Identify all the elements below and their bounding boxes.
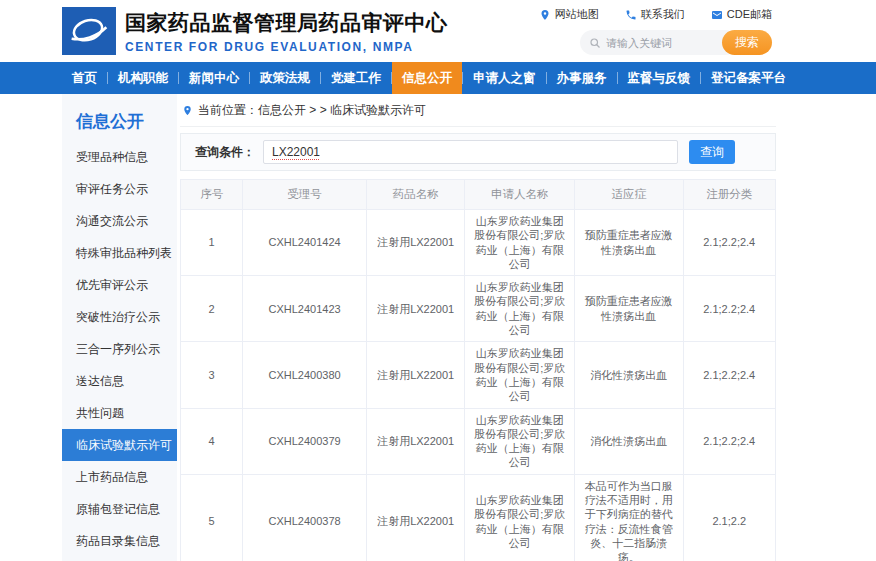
nav-item[interactable]: 首页	[62, 62, 107, 94]
sidebar-item[interactable]: 临床试验默示许可	[62, 429, 177, 461]
cell-drug-name: 注射用LX22001	[366, 408, 464, 474]
sidebar-item[interactable]: 突破性治疗公示	[62, 301, 177, 333]
cell-index: 5	[181, 474, 243, 561]
table-row: 3CXHL2400380注射用LX22001山东罗欣药业集团股份有限公司;罗欣药…	[181, 342, 776, 408]
nav-item[interactable]: 政策法规	[250, 62, 320, 94]
quick-link-网站地图[interactable]: 网站地图	[539, 7, 599, 22]
site-title: 国家药品监督管理局药品审评中心	[125, 9, 448, 37]
breadcrumb: 当前位置：信息公开 > > 临床试验默示许可	[180, 100, 776, 127]
brand-text: 国家药品监督管理局药品审评中心 CENTER FOR DRUG EVALUATI…	[125, 9, 448, 54]
cell-index: 2	[181, 276, 243, 342]
cell-drug-name: 注射用LX22001	[366, 474, 464, 561]
sidebar-item[interactable]: 药品目录集信息	[62, 525, 177, 557]
cell-registration-class: 2.1;2.2;2.4	[683, 342, 776, 408]
cell-drug-name: 注射用LX22001	[366, 210, 464, 276]
location-pin-icon	[182, 105, 193, 116]
cell-registration-class: 2.1;2.2;2.4	[683, 276, 776, 342]
table-row: 2CXHL2401423注射用LX22001山东罗欣药业集团股份有限公司;罗欣药…	[181, 276, 776, 342]
page-body: 信息公开 受理品种信息审评任务公示沟通交流公示特殊审批品种列表优先审评公示突破性…	[62, 94, 776, 561]
search-box[interactable]	[580, 30, 738, 55]
sidebar-items: 受理品种信息审评任务公示沟通交流公示特殊审批品种列表优先审评公示突破性治疗公示三…	[62, 141, 177, 561]
cell-acceptance-no: CXHL2401424	[243, 210, 367, 276]
breadcrumb-text: 当前位置：信息公开 > > 临床试验默示许可	[198, 102, 426, 119]
sidebar-item[interactable]: 优先审评公示	[62, 269, 177, 301]
nav-item[interactable]: 信息公开	[392, 62, 462, 94]
nav-item[interactable]: 机构职能	[108, 62, 178, 94]
nav-item[interactable]: 新闻中心	[179, 62, 249, 94]
column-header: 受理号	[243, 180, 367, 210]
query-input[interactable]: LX22001	[263, 140, 678, 164]
quick-link-联系我们[interactable]: 联系我们	[625, 7, 685, 22]
column-header: 药品名称	[366, 180, 464, 210]
table-row: 1CXHL2401424注射用LX22001山东罗欣药业集团股份有限公司;罗欣药…	[181, 210, 776, 276]
sidebar-item[interactable]: 三合一序列公示	[62, 333, 177, 365]
quick-link-label: 联系我们	[641, 7, 685, 22]
cell-indication: 消化性溃疡出血	[574, 408, 683, 474]
table-row: 5CXHL2400378注射用LX22001山东罗欣药业集团股份有限公司;罗欣药…	[181, 474, 776, 561]
sidebar-item[interactable]: 审评任务公示	[62, 173, 177, 205]
sidebar-item[interactable]: 共性问题	[62, 397, 177, 429]
sidebar-item[interactable]: 受理品种信息	[62, 141, 177, 173]
sidebar-item[interactable]: 沟通交流公示	[62, 205, 177, 237]
query-bar: 查询条件： LX22001 查询	[180, 133, 776, 171]
cell-registration-class: 2.1;2.2;2.4	[683, 408, 776, 474]
phone-icon	[625, 9, 637, 21]
search-icon	[589, 37, 601, 49]
brand: 国家药品监督管理局药品审评中心 CENTER FOR DRUG EVALUATI…	[62, 7, 448, 55]
query-label: 查询条件：	[195, 144, 255, 161]
main-nav: 首页机构职能新闻中心政策法规党建工作信息公开申请人之窗办事服务监督与反馈登记备案…	[0, 62, 876, 94]
column-header: 适应症	[574, 180, 683, 210]
column-header: 序号	[181, 180, 243, 210]
cell-indication: 预防重症患者应激性溃疡出血	[574, 210, 683, 276]
sidebar: 信息公开 受理品种信息审评任务公示沟通交流公示特殊审批品种列表优先审评公示突破性…	[62, 94, 177, 561]
nav-item[interactable]: 申请人之窗	[463, 62, 546, 94]
cell-index: 4	[181, 408, 243, 474]
cell-applicant: 山东罗欣药业集团股份有限公司;罗欣药业（上海）有限公司	[465, 276, 575, 342]
quick-links: 网站地图联系我们CDE邮箱	[539, 7, 772, 22]
cell-index: 1	[181, 210, 243, 276]
cell-indication: 消化性溃疡出血	[574, 342, 683, 408]
cell-applicant: 山东罗欣药业集团股份有限公司;罗欣药业（上海）有限公司	[465, 474, 575, 561]
nav-item[interactable]: 登记备案平台	[701, 62, 796, 94]
nav-inner: 首页机构职能新闻中心政策法规党建工作信息公开申请人之窗办事服务监督与反馈登记备案…	[62, 62, 876, 94]
search-area: 搜索	[580, 30, 772, 55]
cell-applicant: 山东罗欣药业集团股份有限公司;罗欣药业（上海）有限公司	[465, 408, 575, 474]
results-table: 序号受理号药品名称申请人名称适应症注册分类 1CXHL2401424注射用LX2…	[180, 179, 776, 561]
header-right: 网站地图联系我们CDE邮箱 搜索	[539, 7, 772, 55]
search-input[interactable]	[606, 37, 716, 49]
cell-registration-class: 2.1;2.2;2.4	[683, 210, 776, 276]
cell-registration-class: 2.1;2.2	[683, 474, 776, 561]
sidebar-item[interactable]: 上市药品信息	[62, 461, 177, 493]
query-button[interactable]: 查询	[689, 140, 735, 164]
table-head: 序号受理号药品名称申请人名称适应症注册分类	[181, 180, 776, 210]
site-header: 国家药品监督管理局药品审评中心 CENTER FOR DRUG EVALUATI…	[0, 0, 876, 62]
header-row: 序号受理号药品名称申请人名称适应症注册分类	[181, 180, 776, 210]
nav-item[interactable]: 监督与反馈	[618, 62, 701, 94]
nav-item[interactable]: 党建工作	[321, 62, 391, 94]
cell-acceptance-no: CXHL2400378	[243, 474, 367, 561]
quick-link-label: 网站地图	[555, 7, 599, 22]
cell-acceptance-no: CXHL2400379	[243, 408, 367, 474]
cell-drug-name: 注射用LX22001	[366, 276, 464, 342]
location-pin-icon	[539, 9, 551, 21]
sidebar-item[interactable]: 原辅包登记信息	[62, 493, 177, 525]
cde-logo-icon	[62, 7, 116, 55]
nav-item[interactable]: 办事服务	[547, 62, 617, 94]
search-button[interactable]: 搜索	[722, 30, 772, 55]
cell-applicant: 山东罗欣药业集团股份有限公司;罗欣药业（上海）有限公司	[465, 342, 575, 408]
query-value: LX22001	[272, 145, 320, 159]
sidebar-item[interactable]: 送达信息	[62, 365, 177, 397]
cell-indication: 本品可作为当口服疗法不适用时，用于下列病症的替代疗法：反流性食管炎、十二指肠溃疡…	[574, 474, 683, 561]
quick-link-label: CDE邮箱	[727, 7, 772, 22]
column-header: 申请人名称	[465, 180, 575, 210]
main-content: 当前位置：信息公开 > > 临床试验默示许可 查询条件： LX22001 查询 …	[180, 94, 776, 561]
envelope-icon	[711, 9, 723, 21]
sidebar-item[interactable]: 重点工作	[62, 557, 177, 561]
sidebar-item[interactable]: 特殊审批品种列表	[62, 237, 177, 269]
site-subtitle: CENTER FOR DRUG EVALUATION, NMPA	[125, 40, 448, 54]
cell-drug-name: 注射用LX22001	[366, 342, 464, 408]
quick-link-CDE邮箱[interactable]: CDE邮箱	[711, 7, 772, 22]
cell-indication: 预防重症患者应激性溃疡出血	[574, 276, 683, 342]
cell-index: 3	[181, 342, 243, 408]
sidebar-title: 信息公开	[76, 110, 177, 133]
